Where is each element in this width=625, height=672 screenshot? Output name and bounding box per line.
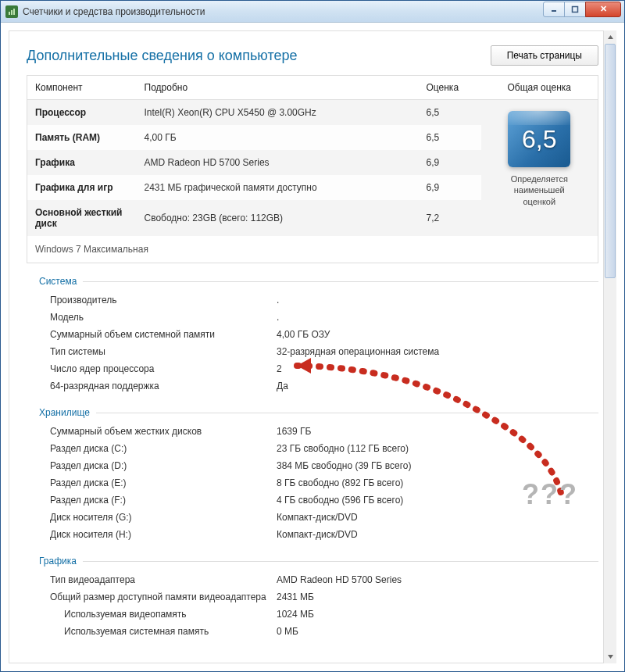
score-table: Компонент Подробно Оценка Общая оценка П…: [27, 75, 598, 263]
scroll-down-icon[interactable]: [604, 650, 616, 663]
client-area: Дополнительные сведения о компьютере Печ…: [1, 23, 624, 671]
overall-score-cell: 6,5 Определяется наименьшей оценкой: [481, 100, 598, 237]
kv-row: Раздел диска (C:)23 ГБ свободно (112 ГБ …: [27, 440, 598, 457]
col-component: Компонент: [27, 76, 137, 100]
kv-row: Тип видеоадаптераAMD Radeon HD 5700 Seri…: [27, 571, 598, 588]
kv-row: Используемая системная память0 МБ: [27, 623, 598, 640]
section-storage: Хранилище Суммарный объем жестких дисков…: [27, 407, 598, 543]
kv-row: Общий размер доступной памяти видеоадапт…: [27, 588, 598, 606]
minimize-button[interactable]: [543, 2, 565, 17]
close-button[interactable]: ✕: [585, 2, 621, 17]
app-window: Счетчики и средства производительности ✕…: [0, 0, 625, 672]
vertical-scrollbar[interactable]: [603, 30, 616, 663]
table-row: Процессор Intel(R) Xeon(R) CPU X5450 @ 3…: [27, 100, 598, 126]
content-panel: Дополнительные сведения о компьютере Печ…: [9, 30, 616, 663]
section-title: Система: [27, 276, 83, 287]
kv-row: Раздел диска (E:)8 ГБ свободно (892 ГБ в…: [27, 474, 598, 491]
section-graphics: Графика Тип видеоадаптераAMD Radeon HD 5…: [27, 556, 598, 640]
kv-row: Суммарный объем системной памяти4,00 ГБ …: [27, 326, 598, 343]
scrollbar-thumb[interactable]: [605, 44, 616, 278]
kv-row: Раздел диска (D:)384 МБ свободно (39 ГБ …: [27, 457, 598, 474]
svg-rect-2: [13, 9, 15, 15]
kv-row: Производитель.: [27, 291, 598, 309]
window-title: Счетчики и средства производительности: [23, 6, 544, 17]
annotation-question-marks: ???: [522, 478, 578, 511]
kv-row: Диск носителя (G:)Компакт-диск/DVD: [27, 509, 598, 526]
overall-score-value: 6,5: [522, 125, 556, 154]
svg-rect-0: [9, 12, 10, 15]
section-title: Хранилище: [27, 407, 96, 418]
titlebar[interactable]: Счетчики и средства производительности ✕: [1, 1, 624, 23]
app-icon: [5, 5, 18, 18]
svg-marker-6: [608, 655, 613, 659]
section-title: Графика: [27, 556, 83, 567]
kv-row: Раздел диска (F:)4 ГБ свободно (596 ГБ в…: [27, 491, 598, 509]
window-controls: ✕: [544, 2, 621, 17]
scroll-up-icon[interactable]: [604, 30, 616, 44]
overall-score-badge: 6,5: [508, 111, 570, 167]
os-name: Windows 7 Максимальная: [27, 236, 598, 263]
kv-row: Суммарный объем жестких дисков1639 ГБ: [27, 423, 598, 440]
row-component: Процессор: [27, 100, 137, 126]
kv-row: Диск носителя (H:)Компакт-диск/DVD: [27, 526, 598, 543]
col-overall: Общая оценка: [481, 76, 598, 100]
col-subscore: Оценка: [419, 76, 481, 100]
kv-row: Число ядер процессора2: [27, 360, 598, 377]
svg-rect-4: [573, 6, 578, 12]
row-subscore: 6,5: [419, 100, 481, 126]
os-row: Windows 7 Максимальная: [27, 236, 598, 263]
section-system: Система Производитель. Модель. Суммарный…: [27, 276, 598, 395]
svg-marker-5: [608, 35, 613, 39]
kv-row: 64-разрядная поддержкаДа: [27, 377, 598, 395]
maximize-button[interactable]: [564, 2, 586, 17]
svg-rect-1: [11, 10, 12, 15]
page-title: Дополнительные сведения о компьютере: [27, 48, 298, 64]
kv-row: Модель.: [27, 309, 598, 326]
overall-score-note: Определяется наименьшей оценкой: [489, 173, 591, 207]
row-detail: Intel(R) Xeon(R) CPU X5450 @ 3.00GHz: [137, 100, 419, 126]
print-page-button[interactable]: Печать страницы: [491, 45, 598, 66]
kv-row: Используемая видеопамять1024 МБ: [27, 606, 598, 623]
col-detail: Подробно: [137, 76, 419, 100]
kv-row: Тип системы32-разрядная операционная сис…: [27, 343, 598, 360]
